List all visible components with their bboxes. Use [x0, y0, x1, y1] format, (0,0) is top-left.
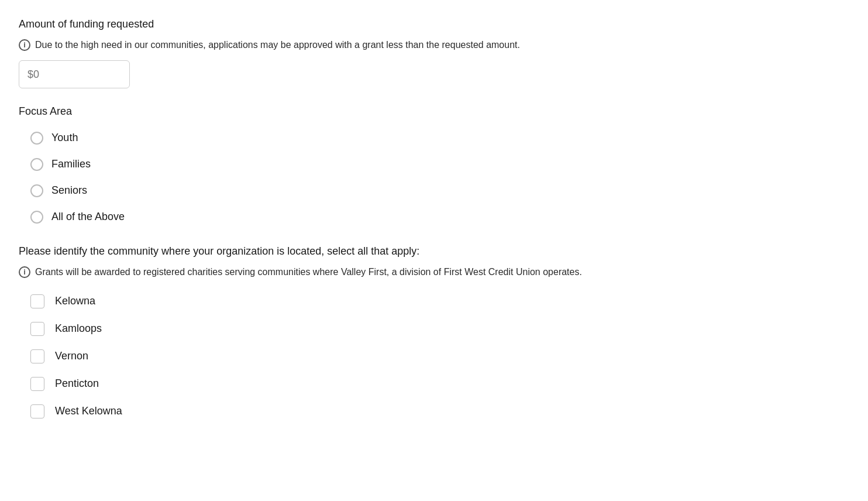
info-icon: i [19, 39, 30, 51]
radio-option-seniors[interactable]: Seniors [30, 183, 849, 198]
radio-label-all: All of the Above [51, 209, 125, 225]
funding-notice-row: i Due to the high need in our communitie… [19, 38, 849, 52]
funding-title: Amount of funding requested [19, 16, 849, 32]
checkbox-square-kamloops [30, 322, 44, 336]
checkbox-option-penticton[interactable]: Penticton [30, 376, 849, 392]
checkbox-option-kelowna[interactable]: Kelowna [30, 293, 849, 309]
radio-label-youth: Youth [51, 130, 78, 146]
checkbox-label-west-kelowna: West Kelowna [55, 403, 122, 419]
checkbox-label-vernon: Vernon [55, 348, 88, 364]
checkbox-option-vernon[interactable]: Vernon [30, 348, 849, 364]
radio-option-youth[interactable]: Youth [30, 130, 849, 146]
checkbox-square-kelowna [30, 294, 44, 308]
radio-circle-seniors [30, 184, 43, 197]
checkbox-label-kelowna: Kelowna [55, 293, 95, 309]
radio-circle-youth [30, 132, 43, 145]
radio-option-all[interactable]: All of the Above [30, 209, 849, 225]
radio-circle-families [30, 158, 43, 171]
funding-section: Amount of funding requested i Due to the… [19, 16, 849, 88]
community-checkbox-group: Kelowna Kamloops Vernon Penticton West K… [19, 293, 849, 419]
checkbox-label-kamloops: Kamloops [55, 321, 102, 337]
community-notice-row: i Grants will be awarded to registered c… [19, 265, 849, 279]
community-notice-text: Grants will be awarded to registered cha… [35, 265, 582, 279]
radio-circle-all [30, 211, 43, 224]
checkbox-label-penticton: Penticton [55, 376, 99, 392]
checkbox-square-penticton [30, 377, 44, 391]
radio-option-families[interactable]: Families [30, 156, 849, 172]
community-section: Please identify the community where your… [19, 243, 849, 419]
funding-amount-input[interactable] [19, 60, 130, 88]
checkbox-square-west-kelowna [30, 404, 44, 418]
funding-notice-text: Due to the high need in our communities,… [35, 38, 520, 52]
checkbox-option-kamloops[interactable]: Kamloops [30, 321, 849, 337]
focus-area-title: Focus Area [19, 104, 849, 119]
community-info-icon: i [19, 266, 30, 278]
focus-area-section: Focus Area Youth Families Seniors All of… [19, 104, 849, 225]
checkbox-square-vernon [30, 349, 44, 363]
radio-label-families: Families [51, 156, 91, 172]
focus-area-radio-group: Youth Families Seniors All of the Above [19, 130, 849, 225]
community-question: Please identify the community where your… [19, 243, 849, 259]
checkbox-option-west-kelowna[interactable]: West Kelowna [30, 403, 849, 419]
radio-label-seniors: Seniors [51, 183, 87, 198]
